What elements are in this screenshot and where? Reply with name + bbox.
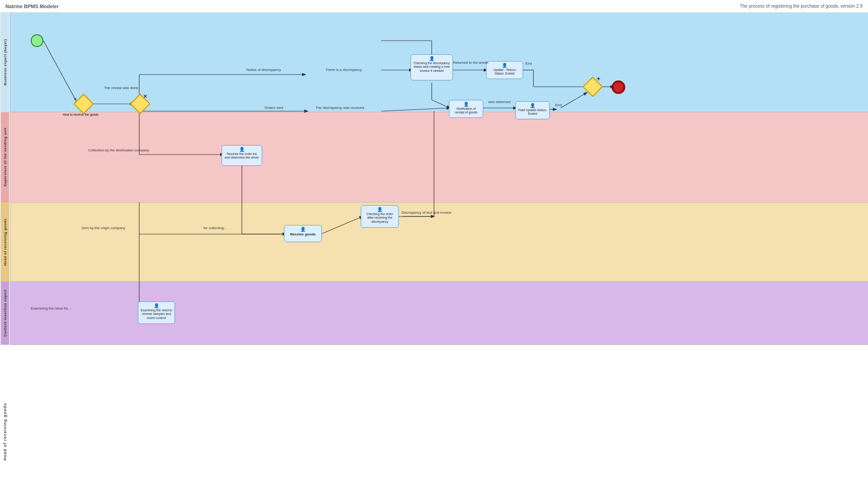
gateway-x1[interactable]: × [133, 97, 147, 111]
end-event-final[interactable] [612, 80, 625, 94]
task-check-order-icon: 👤 [363, 207, 396, 212]
gateway-plus1-label: How to receive the goods [63, 113, 99, 116]
task-receive-order[interactable]: 👤 Receive the order list and determine t… [222, 145, 262, 166]
app-title: Natrine BPMS Modeler [5, 4, 59, 9]
task-field-update-icon: 👤 [518, 103, 547, 108]
task-check-order[interactable]: 👤 Checking the order after resolving the… [361, 205, 399, 228]
task-receive-order-label: Receive the order list and determine the… [224, 152, 259, 160]
app: Natrine BPMS Modeler The process of regi… [0, 0, 868, 488]
task-examine[interactable]: 👤 Examining the need to receive samples … [138, 301, 175, 324]
task-check-disc-label: Checking the discrepancy status and crea… [413, 61, 450, 73]
task-examine-label: Examining the need to receive samples an… [141, 309, 172, 320]
canvas: Business expert (buyer) Supervisor of th… [0, 13, 868, 488]
task-notif-label: Notification of receipt of goods [452, 107, 481, 115]
task-notif-icon: 👤 [452, 102, 481, 107]
start-event[interactable] [31, 34, 43, 47]
lane-content: Content insertion expert [0, 282, 868, 345]
task-check-discrepancy[interactable]: 👤 Checking the discrepancy status and cr… [410, 54, 453, 80]
process-title: The process of registering the purchase … [740, 4, 863, 9]
task-receive-goods-label: Receive goods [287, 232, 319, 237]
task-receive-goods-icon: 👤 [287, 227, 319, 232]
task-receive-goods[interactable]: 👤 Receive goods [284, 225, 322, 242]
gateway-how-receive[interactable]: + How to receive the goods [76, 97, 91, 111]
task-check-disc-icon: 👤 [413, 56, 450, 61]
gateway-plus2[interactable]: + [585, 80, 600, 94]
task-check-order-label: Checking the order after resolving the d… [363, 212, 396, 224]
lane-head-label: Head of receiving goods [0, 392, 10, 471]
task-update-return-label: Update - Return Status: Ended [489, 68, 520, 76]
lane-supervisor: Supervisor of the sending unit [0, 112, 868, 202]
task-field-update-label: Field Update-Status: Ended [518, 108, 547, 116]
task-examine-icon: 👤 [141, 303, 172, 308]
task-receive-order-icon: 👤 [224, 147, 259, 152]
lane-label-head: Head of receiving goods [1, 202, 9, 282]
end-label-1: End [525, 61, 532, 66]
lane-head: Head of receiving goods [0, 202, 868, 282]
task-field-update[interactable]: 👤 Field Update-Status: Ended [515, 101, 550, 119]
lane-label-business: Business expert (buyer) [1, 13, 9, 112]
task-update-return[interactable]: 👤 Update - Return Status: Ended [486, 61, 523, 79]
end-label-2: End [555, 103, 561, 107]
lane-label-supervisor: Supervisor of the sending unit [1, 112, 9, 202]
lane-label-content: Content insertion expert [1, 282, 9, 345]
header: Natrine BPMS Modeler The process of regi… [0, 0, 868, 13]
task-update-return-icon: 👤 [489, 63, 520, 68]
task-notification[interactable]: 👤 Notification of receipt of goods [449, 100, 483, 118]
